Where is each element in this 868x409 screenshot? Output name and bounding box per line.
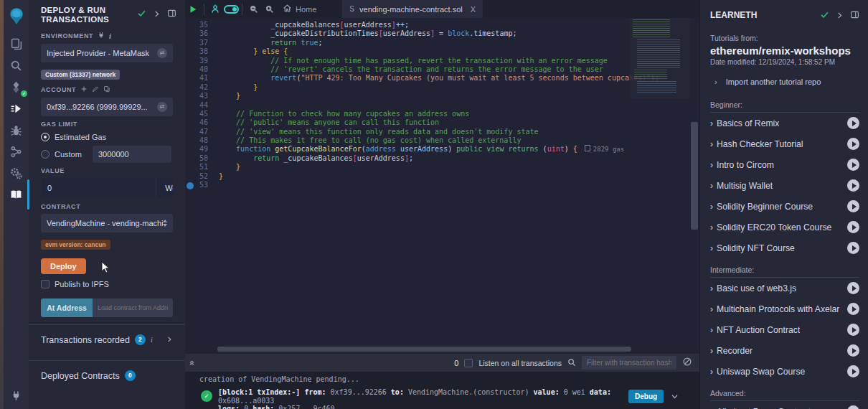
listen-all-checkbox[interactable] <box>464 359 473 367</box>
line-number[interactable]: 38 <box>185 47 219 56</box>
search-icon[interactable] <box>4 55 29 76</box>
close-tab-icon[interactable]: X <box>471 5 476 14</box>
tutorial-item[interactable]: ›Hash Checker Tutorial <box>710 133 859 154</box>
file-explorer-icon[interactable] <box>4 33 29 55</box>
line-number[interactable]: 35 <box>185 21 219 29</box>
home-tab[interactable]: Home <box>277 4 322 14</box>
play-tutorial-button[interactable] <box>847 303 859 315</box>
code-line[interactable]: 46 // 'public' means anyone can call thi… <box>185 118 659 127</box>
contract-select[interactable]: VendingMachine - vending-machin <box>41 214 173 232</box>
terminal-expand-icon[interactable]: » <box>187 360 197 365</box>
publish-ipfs-option[interactable]: Publish to IPFS <box>41 280 173 288</box>
tutorial-item[interactable]: ›NFT Auction Contract <box>710 319 859 340</box>
debugger-icon[interactable] <box>4 119 29 141</box>
gas-custom-input[interactable] <box>93 146 171 163</box>
code-line[interactable]: 40 // 'revert' cancels the transaction a… <box>185 65 659 74</box>
play-tutorial-button[interactable] <box>847 324 859 336</box>
play-tutorial-button[interactable] <box>847 221 859 233</box>
solidity-compiler-icon[interactable]: ✓ <box>4 76 29 98</box>
settings-icon[interactable] <box>4 162 29 184</box>
code-line[interactable]: 45 // Function to check how many cupcake… <box>185 110 659 118</box>
file-tab[interactable]: S vending-machine-contract.sol X <box>342 0 483 18</box>
line-number[interactable]: 43 <box>185 92 219 100</box>
debug-button[interactable]: Debug <box>628 390 664 403</box>
code-line[interactable]: 36 _cupcakeDistributionTimes[userAddress… <box>185 29 659 38</box>
editor-horizontal-scrollbar[interactable] <box>217 347 631 352</box>
zoom-in-button[interactable] <box>261 0 277 18</box>
play-tutorial-button[interactable] <box>847 365 859 377</box>
log-expand-icon[interactable] <box>671 392 679 402</box>
line-number[interactable]: 36 <box>185 29 219 38</box>
at-address-button[interactable]: At Address <box>41 298 93 317</box>
code-line[interactable]: 49 function getCupcakeBalanceFor(address… <box>185 145 659 154</box>
gas-estimated-option[interactable]: Estimated Gas <box>41 131 173 143</box>
tutorial-item[interactable]: ›Uniswap Swap Course <box>710 361 859 382</box>
code-line[interactable]: 43 } <box>185 92 659 100</box>
line-number[interactable]: 47 <box>185 128 219 136</box>
remix-ai-icon[interactable] <box>207 0 223 18</box>
copilot-toggle[interactable] <box>223 0 239 18</box>
code-line[interactable]: 37 return true; <box>185 39 659 47</box>
value-input[interactable] <box>41 178 156 197</box>
tutorial-item[interactable]: ›Multichain Protocols with Axelar <box>710 298 859 319</box>
tutorial-item[interactable]: ›Basics of Remix <box>710 113 859 133</box>
line-number[interactable]: 39 <box>185 57 219 65</box>
publish-ipfs-checkbox[interactable] <box>41 280 49 288</box>
panel-collapse-icon[interactable] <box>153 8 161 21</box>
panel-pin-icon[interactable] <box>167 8 176 21</box>
zoom-out-button[interactable] <box>245 0 261 18</box>
clear-console-icon[interactable] <box>682 357 692 370</box>
code-line[interactable]: 41 revert("HTTP 429: Too Many Cupcakes (… <box>185 74 659 83</box>
play-tutorial-button[interactable] <box>847 242 859 254</box>
transactions-recorded-row[interactable]: Transactions recorded 2 i <box>29 325 185 354</box>
line-number[interactable]: 52 <box>185 172 219 181</box>
gas-custom-radio[interactable] <box>41 150 49 159</box>
environment-select[interactable]: Injected Provider - MetaMask ⇄ <box>41 44 173 62</box>
tutorial-item[interactable]: ›Solidity Beginner Course <box>710 196 859 217</box>
line-number[interactable]: 46 <box>185 118 219 127</box>
code-line[interactable]: 48 // This makes it free to call (no gas… <box>185 136 659 145</box>
code-line[interactable]: 38 } else { <box>185 47 659 56</box>
play-tutorial-button[interactable] <box>847 138 859 150</box>
code-line[interactable]: 50 return _cupcakeBalances[userAddress]; <box>185 154 659 163</box>
account-select[interactable]: 0xf39...92266 (9999.99929... ⇄ <box>41 98 173 116</box>
code-line[interactable]: 44 <box>185 101 659 110</box>
code-line[interactable]: 47 // 'view' means this function only re… <box>185 128 659 136</box>
deploy-button[interactable]: Deploy <box>41 258 86 274</box>
line-number[interactable]: 37 <box>185 39 219 47</box>
tutorial-item[interactable]: ›Solidity NFT Course <box>710 238 859 258</box>
tx-info-icon[interactable]: i <box>151 336 153 344</box>
panel-drag-handle-dot[interactable] <box>187 182 194 189</box>
code-editor[interactable]: 35 _cupcakeBalances[userAddress]++;36 _c… <box>185 18 699 354</box>
terminal-filter-input[interactable] <box>582 356 676 370</box>
play-tutorial-button[interactable] <box>847 200 859 212</box>
learneth-book-icon[interactable] <box>4 184 29 205</box>
git-icon[interactable] <box>4 141 29 162</box>
code-line[interactable]: 51 } <box>185 163 659 171</box>
gas-custom-option[interactable]: Custom <box>41 149 173 160</box>
play-tutorial-button[interactable] <box>847 405 859 409</box>
play-tutorial-button[interactable] <box>847 117 859 129</box>
code-line[interactable]: 53 <box>185 181 659 189</box>
tx-expand-icon[interactable] <box>166 335 173 345</box>
environment-info-icon[interactable]: i <box>109 32 111 40</box>
editor-vertical-scrollbar[interactable] <box>691 122 698 230</box>
code-line[interactable]: 35 _cupcakeBalances[userAddress]++; <box>185 21 659 29</box>
line-number[interactable]: 51 <box>185 163 219 171</box>
tutorial-item[interactable]: ›Multisig Wallet <box>710 175 859 196</box>
line-number[interactable]: 44 <box>185 101 219 110</box>
line-number[interactable]: 40 <box>185 65 219 74</box>
tutorial-item[interactable]: ›Intro to Circom <box>710 154 859 175</box>
play-tutorial-button[interactable] <box>847 344 859 357</box>
tutorial-item[interactable]: ›Basic use of web3.js <box>710 278 859 298</box>
line-number[interactable]: 48 <box>185 136 219 145</box>
import-tutorial-row[interactable]: › Import another tutorial repo <box>700 66 868 90</box>
deploy-run-icon[interactable] <box>4 98 29 119</box>
line-number[interactable]: 42 <box>185 83 219 92</box>
gas-estimated-radio[interactable] <box>41 133 49 141</box>
environment-settings-icon[interactable]: ⇄ <box>157 48 167 58</box>
tutorial-item[interactable]: ›Recorder <box>710 340 859 361</box>
learneth-pin-icon[interactable] <box>850 9 859 22</box>
tutorial-item[interactable]: ›All about Proxy Contracts <box>710 401 859 409</box>
play-tutorial-button[interactable] <box>847 282 859 294</box>
